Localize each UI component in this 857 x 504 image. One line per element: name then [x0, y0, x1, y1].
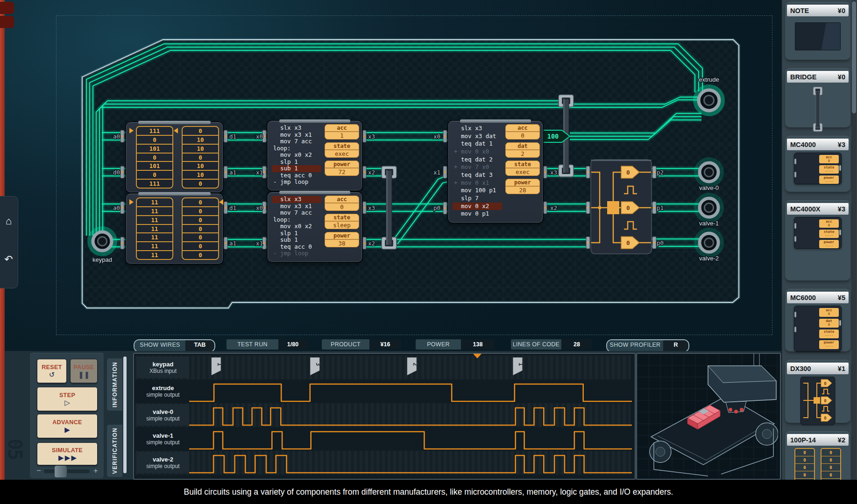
code-line: mov 7 acc [272, 138, 321, 145]
status-show-profiler[interactable]: SHOW PROFILERR [606, 339, 689, 352]
rom-chip-2[interactable]: 111111111111110000000 [126, 194, 223, 264]
register-state: stateexec [505, 161, 540, 176]
slider-plus[interactable]: + [92, 465, 100, 476]
pad-extrude[interactable]: extrude [695, 76, 722, 114]
mini-nub [794, 172, 796, 177]
tab-verification[interactable]: VERIFICATION [106, 424, 123, 477]
mini-registers: acc0dat0state----power---- [818, 307, 840, 350]
mini-register-acc: acc0 [819, 219, 839, 228]
rom-cell: 101 [137, 144, 172, 153]
mini-registers: acc0state----power---- [818, 218, 840, 247]
mc4000-chip-1[interactable]: slx x3 mov x3 x1 mov 7 accloop: mov x0 x… [268, 121, 362, 190]
note-preview [795, 22, 841, 50]
pad-valve-0[interactable]: valve-0 [696, 160, 722, 191]
item-price: ¥0 [838, 7, 845, 14]
wave-label-valve-1: valve-1simple output [137, 428, 189, 449]
wire-label-d0: d0 [113, 169, 120, 176]
wire-label-d1: d1 [229, 204, 236, 211]
wave-label-extrude: extrudesimple output [137, 380, 189, 402]
mini-register-power: power---- [819, 240, 839, 248]
status-product-cost: PRODUCT COST¥16 [322, 339, 401, 350]
sidebar-item-mc4000[interactable]: MC4000¥3acc0state----power---- [785, 136, 850, 192]
rom-column-b[interactable]: 01010010100 [182, 126, 219, 189]
sidebar-item-dx300[interactable]: DX300¥1000 [785, 360, 850, 423]
register-value: exec [506, 168, 539, 175]
mc4000-chip-2[interactable]: slx x3 mov x3 x1 mov 7 accloop: mov x0 x… [268, 192, 362, 262]
sidebar-item-bridge[interactable]: BRIDGE¥0 [785, 68, 850, 127]
tab-information[interactable]: INFORMATION [106, 358, 123, 411]
pause-button[interactable]: PAUSE❚❚ [70, 359, 98, 383]
register-label: acc [506, 125, 539, 132]
signal-name: valve-2 [153, 456, 173, 463]
rom-column-b[interactable]: 0000000 [182, 197, 219, 260]
wire-label-x2: x2 [550, 204, 557, 211]
slider-knob[interactable] [54, 465, 67, 478]
left-menu-tab-2[interactable] [0, 16, 14, 28]
code-line: mov 7 acc [272, 210, 321, 217]
rom-cell: 111 [137, 127, 172, 135]
code-line: mov x3 dat [453, 133, 502, 140]
item-price: ¥3 [838, 141, 845, 148]
rom-cursor-icon [219, 199, 223, 205]
left-menu-tab-1[interactable] [0, 2, 14, 14]
mini-nub [839, 230, 841, 235]
register-power: power28 [505, 179, 540, 194]
sidebar-item-mc4000x[interactable]: MC4000X¥3acc0state----power---- [785, 200, 850, 280]
rom-column-a[interactable]: 111010101010111 [136, 126, 173, 189]
item-preview: acc0state----power---- [785, 217, 850, 249]
advance-button[interactable]: ADVANCE▶ [37, 414, 98, 438]
item-plate: NOTE¥0 [787, 5, 849, 16]
pad-valve-1[interactable]: valve-1 [696, 195, 722, 227]
mini-rom-cell: 0 [822, 463, 840, 471]
simulate-icon: ▶ ▶ ▶ [58, 454, 76, 461]
step-button[interactable]: STEP▷ [37, 387, 98, 411]
status-label: SHOW WIRES [135, 340, 185, 351]
simulate-button[interactable]: SIMULATE▶ ▶ ▶ [37, 442, 98, 465]
code-editor[interactable]: slx x3 mov x3 x1 mov 7 accloop: mov x0 x… [272, 196, 321, 258]
code-editor[interactable]: slx x3 mov x3 x1 mov 7 accloop: mov x0 x… [272, 125, 321, 187]
wire-label-x3: x3 [368, 204, 375, 211]
register-label: acc [325, 196, 359, 203]
svg-text:0: 0 [824, 416, 826, 420]
code-line: teq dat 2 [453, 156, 502, 164]
code-editor[interactable]: slx x3 mov x3 dat teq dat 1+ mov 0 x0 te… [453, 125, 502, 219]
rom-chip-1[interactable]: 11101010101011101010010100 [126, 122, 223, 192]
pad-valve-2[interactable]: valve-2 [696, 230, 722, 262]
home-icon[interactable]: ⌂ [1, 210, 16, 233]
pause-icon: ❚❚ [78, 371, 90, 378]
mini-mc6000: acc0dat0state----power---- [794, 306, 842, 351]
rom-cell: 11 [137, 198, 172, 206]
reset-button[interactable]: RESET↺ [37, 359, 67, 383]
status-show-wires[interactable]: SHOW WIRESTAB [134, 339, 215, 352]
signal-type: simple output [146, 439, 179, 446]
wire-label-a1: a1 [229, 169, 236, 176]
mini-rom-cell: 0 [795, 471, 814, 478]
keypad-flag [407, 357, 417, 375]
scrollbar-thumb[interactable] [852, 1, 856, 113]
rom-cell: 101 [137, 161, 172, 170]
code-line: slx x3 [272, 125, 321, 132]
app-root: 100000keypadextrudevalve-0valve-1valve-2… [0, 0, 857, 504]
pad-keypad[interactable]: keypad [90, 229, 115, 263]
button-label: STEP [59, 392, 75, 399]
register-state: statesleep [325, 214, 359, 229]
wire-label-x1: x1 [256, 169, 263, 176]
mc6000-chip-3[interactable]: slx x3 mov x3 dat teq dat 1+ mov 0 x0 te… [448, 121, 543, 223]
rom-cell: 11 [137, 206, 172, 215]
register-label: power [506, 179, 539, 187]
rom-cell: 111 [137, 179, 172, 188]
sidebar-item-note[interactable]: NOTE¥0 [785, 2, 850, 60]
dx300-chip[interactable]: 000 [591, 160, 652, 254]
pad-label-valve-2: valve-2 [699, 255, 719, 262]
code-line: mov x3 x1 [272, 203, 321, 210]
register-value: 72 [325, 168, 359, 175]
svg-text:0: 0 [626, 169, 630, 176]
sidebar-scrollbar[interactable] [851, 0, 857, 481]
signal-name: valve-0 [153, 408, 173, 415]
sidebar-item-mc6000[interactable]: MC6000¥5acc0dat0state----power---- [785, 289, 850, 351]
status-label: TEST RUN [227, 339, 278, 350]
undo-icon[interactable]: ↶ [1, 248, 16, 271]
slider-minus[interactable]: − [35, 465, 43, 476]
rom-column-a[interactable]: 11111111111111 [136, 197, 173, 260]
svg-text:0: 0 [824, 381, 826, 386]
